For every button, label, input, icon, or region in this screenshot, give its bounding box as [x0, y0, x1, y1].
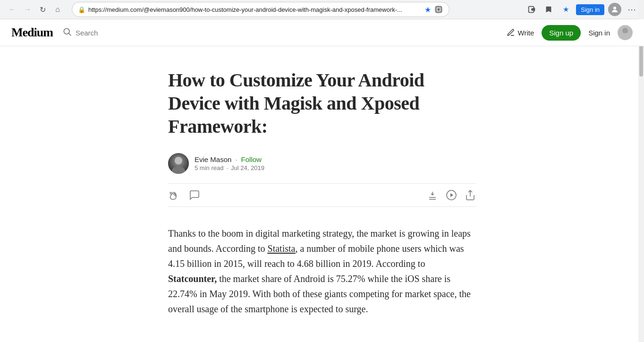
action-right — [427, 189, 476, 201]
svg-point-4 — [64, 28, 69, 34]
search-label: Search — [76, 29, 98, 37]
action-bar — [168, 183, 476, 207]
browser-top-bar: ← → ↻ ⌂ 🔒 https://medium.com/@eviemason9… — [0, 0, 644, 19]
write-button[interactable]: Write — [507, 28, 534, 37]
follow-button[interactable]: Follow — [241, 155, 262, 163]
listen-button[interactable] — [446, 189, 457, 201]
bookmark-button[interactable]: ★ — [559, 3, 572, 16]
svg-line-5 — [69, 33, 71, 35]
search-area[interactable]: Search — [62, 27, 98, 39]
url-text: https://medium.com/@eviemason900/how-to-… — [88, 6, 422, 13]
author-row: Evie Mason · Follow 5 min read · Jul 24,… — [168, 153, 476, 174]
signin-button[interactable]: Sign in — [588, 29, 610, 37]
read-list-button[interactable] — [542, 3, 555, 16]
statcounter-bold: Statcounter, — [168, 274, 217, 284]
author-name-row: Evie Mason · Follow — [195, 155, 264, 163]
user-avatar[interactable] — [618, 25, 633, 40]
article-main: How to Customize Your Android Device wit… — [0, 46, 644, 342]
home-button[interactable]: ⌂ — [51, 3, 64, 16]
nav-buttons: ← → ↻ ⌂ — [6, 3, 64, 16]
svg-point-3 — [613, 7, 616, 9]
author-dot-separator: · — [235, 155, 237, 163]
medium-logo[interactable]: Medium — [11, 26, 53, 40]
bookmark-star-icon[interactable]: ★ — [424, 5, 431, 14]
nav-right: Write Sign up Sign in — [507, 25, 633, 41]
reload-button[interactable]: ↻ — [36, 3, 49, 16]
more-options-button[interactable]: ⋯ — [625, 3, 638, 16]
comment-button[interactable] — [189, 189, 200, 201]
article-title: How to Customize Your Android Device wit… — [168, 69, 476, 138]
author-avatar-image — [168, 153, 189, 174]
svg-marker-11 — [450, 193, 453, 197]
statista-link[interactable]: Statista — [268, 243, 296, 254]
toolbar-right: ★ Sign in ⋯ — [525, 3, 638, 16]
clap-button[interactable] — [168, 189, 179, 201]
share-button[interactable] — [465, 189, 476, 201]
article-body: Thanks to the boom in digital marketing … — [168, 226, 476, 316]
article-meta: 5 min read · Jul 24, 2019 — [195, 164, 264, 171]
svg-point-8 — [175, 157, 182, 164]
article-container: How to Customize Your Android Device wit… — [157, 46, 487, 342]
address-bar[interactable]: 🔒 https://medium.com/@eviemason900/how-t… — [72, 2, 449, 17]
browser-profile-icon[interactable] — [608, 3, 621, 16]
author-name[interactable]: Evie Mason — [195, 155, 231, 163]
signup-button[interactable]: Sign up — [542, 25, 581, 41]
medium-nav: Medium Search Write Sign up Sign in — [0, 19, 644, 46]
save-button[interactable] — [427, 189, 438, 201]
back-button[interactable]: ← — [6, 3, 19, 16]
author-info: Evie Mason · Follow 5 min read · Jul 24,… — [195, 155, 264, 171]
write-label: Write — [518, 29, 534, 37]
forward-button[interactable]: → — [21, 3, 34, 16]
action-left — [168, 189, 200, 201]
read-time: 5 min read — [195, 164, 223, 171]
cursor-indicator — [434, 5, 443, 14]
svg-point-6 — [622, 28, 628, 34]
extensions-button[interactable] — [525, 3, 538, 16]
scrollbar[interactable] — [638, 0, 644, 342]
publish-date: Jul 24, 2019 — [231, 164, 264, 171]
browser-chrome: ← → ↻ ⌂ 🔒 https://medium.com/@eviemason9… — [0, 0, 644, 19]
meta-dot: · — [226, 164, 228, 171]
author-avatar[interactable] — [168, 153, 189, 174]
search-icon — [62, 27, 72, 39]
lock-icon: 🔒 — [78, 6, 85, 13]
article-paragraph-1: Thanks to the boom in digital marketing … — [168, 226, 476, 316]
browser-signin-button[interactable]: Sign in — [576, 4, 604, 15]
